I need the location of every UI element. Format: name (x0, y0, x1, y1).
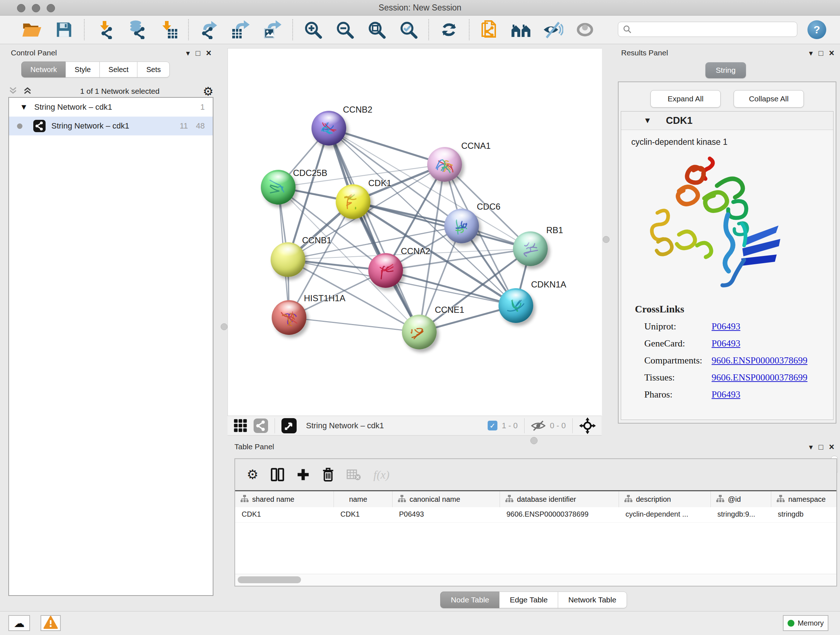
table-cell[interactable]: CDK1 (334, 507, 393, 523)
import-table-button[interactable] (158, 19, 179, 40)
network-collection-row[interactable]: ▼ String Network – cdk1 1 (9, 98, 213, 117)
network-grid-view-icon[interactable] (233, 418, 248, 433)
cloud-button[interactable]: ☁ (8, 615, 30, 631)
network-node-ccnb1[interactable] (271, 242, 305, 277)
network-node-ccnb2[interactable] (311, 111, 346, 146)
tab-string[interactable]: String (706, 62, 746, 78)
column-header-namespace[interactable]: namespace (771, 491, 836, 507)
network-canvas[interactable]: CCNB2CCNA1CDC25BCDK1CDC6RB1CCNB1CCNA2CDK… (227, 48, 602, 416)
birds-eye-view-icon[interactable] (281, 418, 297, 433)
collapse-all-button[interactable]: Collapse All (734, 90, 804, 108)
status-bar: ☁ Memory (0, 611, 840, 635)
table-cell[interactable]: P06493 (393, 507, 500, 523)
column-header-database-identifier[interactable]: database identifier (500, 491, 619, 507)
crosslink-link[interactable]: 9606.ENSP00000378699 (712, 355, 807, 366)
selected-indicator-checkbox[interactable]: ✓ (488, 421, 497, 431)
network-options-gear-icon[interactable]: ⚙ (202, 84, 213, 98)
results-panel-collapse-icon[interactable]: ▾ (809, 49, 813, 57)
tab-select[interactable]: Select (99, 62, 138, 78)
control-panel-close-icon[interactable]: × (206, 49, 211, 57)
network-node-rb1[interactable] (513, 231, 548, 266)
control-panel-float-icon[interactable]: □ (196, 49, 201, 57)
network-node-hist1h1a[interactable] (272, 300, 306, 335)
table-panel-float-icon[interactable]: □ (819, 443, 823, 451)
control-panel-collapse-icon[interactable]: ▾ (186, 49, 190, 57)
control-panel-tabs: NetworkStyleSelectSets (22, 62, 216, 78)
export-image-button[interactable] (262, 19, 283, 40)
results-panel-close-icon[interactable]: × (829, 49, 834, 57)
hide-selected-button[interactable] (543, 19, 564, 40)
network-node-cdk1[interactable] (336, 184, 370, 219)
network-node-cdkn1a[interactable] (499, 288, 533, 323)
network-share-view-icon[interactable] (254, 418, 268, 433)
table-cell[interactable]: CDK1 (235, 507, 334, 523)
clone-network-button[interactable] (479, 19, 500, 40)
memory-button[interactable]: Memory (783, 615, 829, 631)
tab-network[interactable]: Network (21, 62, 66, 78)
show-columns-icon[interactable] (271, 468, 284, 481)
table-hscrollbar-thumb[interactable] (238, 576, 301, 583)
zoom-out-button[interactable] (334, 19, 355, 40)
network-node-ccna2[interactable] (368, 253, 403, 288)
delete-column-trash-icon[interactable] (322, 467, 334, 482)
show-all-button[interactable] (575, 19, 595, 40)
table-cell[interactable]: 9606.ENSP00000378699 (500, 507, 619, 523)
import-network-button[interactable] (94, 19, 115, 40)
tab-network-table[interactable]: Network Table (558, 592, 627, 608)
column-header-description[interactable]: description (619, 491, 711, 507)
node-label-cdkn1a: CDKN1A (531, 279, 566, 290)
right-divider-handle[interactable] (603, 236, 609, 243)
crosslink-link[interactable]: P06493 (712, 389, 740, 400)
gene-section-header[interactable]: ▼ CDK1 (621, 111, 833, 130)
crosslink-link[interactable]: P06493 (712, 338, 740, 349)
collapse-all-networks-icon[interactable] (22, 86, 33, 97)
table-panel-collapse-icon[interactable]: ▾ (809, 443, 813, 451)
network-row[interactable]: String Network – cdk1 11 48 (9, 117, 213, 135)
column-header-shared-name[interactable]: shared name (235, 491, 334, 507)
column-header-canonical-name[interactable]: canonical name (393, 491, 500, 507)
left-divider-handle[interactable] (221, 323, 227, 330)
network-node-ccne1[interactable] (402, 315, 437, 349)
expand-all-networks-icon[interactable] (8, 86, 18, 97)
move-crosshair-icon[interactable] (579, 417, 596, 434)
zoom-fit-button[interactable] (366, 19, 387, 40)
add-column-icon[interactable] (297, 468, 309, 481)
save-session-button[interactable] (54, 19, 74, 40)
refresh-layout-button[interactable] (439, 19, 459, 40)
network-node-cdc25b[interactable] (261, 170, 295, 204)
expand-all-button[interactable]: Expand All (651, 90, 721, 108)
table-cell[interactable]: cyclin-dependent ... (619, 507, 711, 523)
export-network-button[interactable] (198, 19, 219, 40)
zoom-in-button[interactable] (302, 19, 324, 40)
crosslink-link[interactable]: 9606.ENSP00000378699 (712, 372, 807, 383)
column-header--id[interactable]: @id (711, 491, 771, 507)
warnings-button[interactable] (41, 615, 61, 631)
tab-sets[interactable]: Sets (137, 62, 170, 78)
table-row[interactable]: CDK1CDK1P064939606.ENSP00000378699cyclin… (235, 507, 836, 523)
table-cell[interactable]: stringdb:9... (711, 507, 771, 523)
network-node-ccna1[interactable] (427, 147, 462, 182)
help-button[interactable]: ? (807, 20, 826, 39)
results-panel-float-icon[interactable]: □ (819, 49, 823, 57)
table-panel-close-icon[interactable]: × (829, 442, 834, 451)
search-box[interactable] (618, 22, 797, 37)
tab-style[interactable]: Style (65, 62, 99, 78)
export-table-button[interactable] (230, 19, 251, 40)
node-label-cdc6: CDC6 (477, 202, 500, 212)
tab-edge-table[interactable]: Edge Table (499, 592, 558, 608)
network-row-label: String Network – cdk1 (51, 121, 180, 131)
tab-node-table[interactable]: Node Table (440, 592, 500, 608)
gene-expander-icon[interactable]: ▼ (644, 116, 652, 125)
collection-expander-icon[interactable]: ▼ (20, 103, 28, 112)
open-file-button[interactable] (22, 19, 43, 40)
search-input[interactable] (635, 25, 793, 34)
function-builder-icon: f(x) (373, 468, 389, 481)
import-network-database-button[interactable] (126, 19, 147, 40)
network-node-cdc6[interactable] (444, 209, 479, 243)
crosslink-link[interactable]: P06493 (712, 321, 740, 332)
table-settings-gear-icon[interactable]: ⚙ (247, 467, 258, 482)
first-neighbors-button[interactable] (511, 19, 532, 40)
zoom-selected-button[interactable] (398, 19, 419, 40)
column-header-name[interactable]: name (334, 491, 393, 507)
table-cell[interactable]: stringdb (771, 507, 836, 523)
